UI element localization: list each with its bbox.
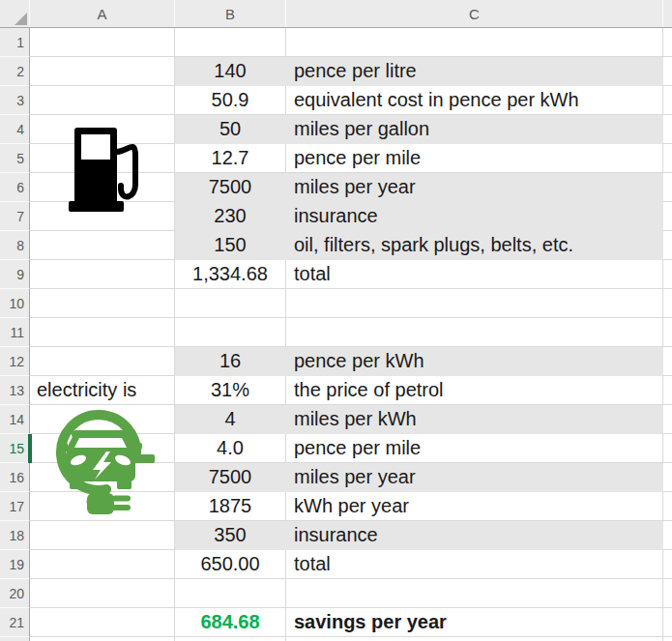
cell-d-sliver[interactable]: [663, 173, 672, 202]
cell-c10[interactable]: [286, 289, 663, 318]
cell-d-sliver[interactable]: [663, 289, 672, 318]
cell-c21-savings-label[interactable]: savings per year: [286, 608, 663, 637]
cell-b17[interactable]: 1875: [175, 492, 286, 521]
cell-d-sliver[interactable]: [663, 550, 672, 579]
cell-c1[interactable]: [286, 28, 663, 57]
cell-c9[interactable]: total: [286, 260, 663, 289]
row-header[interactable]: 18: [0, 521, 30, 550]
cell-d-sliver[interactable]: [663, 347, 672, 376]
cell-b11[interactable]: [175, 318, 286, 347]
cell-c12[interactable]: pence per kWh: [286, 347, 663, 376]
cell-a19[interactable]: [30, 550, 175, 579]
row-header[interactable]: 4: [0, 115, 30, 144]
cell-d-sliver[interactable]: [663, 260, 672, 289]
cell-c4[interactable]: miles per gallon: [286, 115, 663, 144]
cell-b1[interactable]: [175, 28, 286, 57]
row-header[interactable]: 8: [0, 231, 30, 260]
row-header-active[interactable]: 15: [0, 434, 30, 463]
cell-c6[interactable]: miles per year: [286, 173, 663, 202]
row-header[interactable]: 7: [0, 202, 30, 231]
cell-a21[interactable]: [30, 608, 175, 637]
cell-b15[interactable]: 4.0: [175, 434, 286, 463]
cell-c8[interactable]: oil, filters, spark plugs, belts, etc.: [286, 231, 663, 260]
cell-c16[interactable]: miles per year: [286, 463, 663, 492]
cell-a1[interactable]: [30, 28, 175, 57]
cell-c3[interactable]: equivalent cost in pence per kWh: [286, 86, 663, 115]
fuel-pump-icon[interactable]: [68, 127, 143, 214]
cell-b9[interactable]: 1,334.68: [175, 260, 286, 289]
cell-b16[interactable]: 7500: [175, 463, 286, 492]
cell-c14[interactable]: miles per kWh: [286, 405, 663, 434]
row-header[interactable]: 9: [0, 260, 30, 289]
cell-b3[interactable]: 50.9: [175, 86, 286, 115]
row-header[interactable]: 14: [0, 405, 30, 434]
cell-d-sliver[interactable]: [663, 231, 672, 260]
cell-b6[interactable]: 7500: [175, 173, 286, 202]
cell-d-sliver[interactable]: [663, 608, 672, 637]
cell-a12[interactable]: [30, 347, 175, 376]
cell-d-sliver[interactable]: [663, 405, 672, 434]
cell-b14[interactable]: 4: [175, 405, 286, 434]
row-header[interactable]: 17: [0, 492, 30, 521]
cell-b20[interactable]: [175, 579, 286, 608]
row-header[interactable]: 11: [0, 318, 30, 347]
cell-d-sliver[interactable]: [663, 202, 672, 231]
cell-d-sliver[interactable]: [663, 318, 672, 347]
cell-b7[interactable]: 230: [175, 202, 286, 231]
cell-a3[interactable]: [30, 86, 175, 115]
cell-a11[interactable]: [30, 318, 175, 347]
row-header[interactable]: 10: [0, 289, 30, 318]
cell-b10[interactable]: [175, 289, 286, 318]
cell-a8[interactable]: [30, 231, 175, 260]
cell-b2[interactable]: 140: [175, 57, 286, 86]
cell-d-sliver[interactable]: [663, 434, 672, 463]
cell-d-sliver[interactable]: [663, 463, 672, 492]
cell-c11[interactable]: [286, 318, 663, 347]
cell-a20[interactable]: [30, 579, 175, 608]
cell-c15[interactable]: pence per mile: [286, 434, 663, 463]
cell-b8[interactable]: 150: [175, 231, 286, 260]
row-header[interactable]: 19: [0, 550, 30, 579]
cell-d-sliver[interactable]: [663, 579, 672, 608]
cell-d-sliver[interactable]: [663, 57, 672, 86]
row-header[interactable]: 13: [0, 376, 30, 405]
row-header[interactable]: 3: [0, 86, 30, 115]
row-header[interactable]: 2: [0, 57, 30, 86]
cell-b4[interactable]: 50: [175, 115, 286, 144]
cell-b21-savings-value[interactable]: 684.68: [175, 608, 286, 637]
cell-d-sliver[interactable]: [663, 521, 672, 550]
cell-c2[interactable]: pence per litre: [286, 57, 663, 86]
cell-c13[interactable]: the price of petrol: [286, 376, 663, 405]
cell-c5[interactable]: pence per mile: [286, 144, 663, 173]
cell-c7[interactable]: insurance: [286, 202, 663, 231]
cell-a9[interactable]: [30, 260, 175, 289]
cell-a18[interactable]: [30, 521, 175, 550]
row-header[interactable]: 20: [0, 579, 30, 608]
cell-b13[interactable]: 31%: [175, 376, 286, 405]
cell-d-sliver[interactable]: [663, 144, 672, 173]
cell-c18[interactable]: insurance: [286, 521, 663, 550]
cell-b18[interactable]: 350: [175, 521, 286, 550]
row-header[interactable]: 1: [0, 28, 30, 57]
column-header-d-sliver[interactable]: [663, 0, 672, 27]
column-header-c[interactable]: C: [286, 0, 663, 27]
row-header[interactable]: 5: [0, 144, 30, 173]
cell-c17[interactable]: kWh per year: [286, 492, 663, 521]
row-header[interactable]: 21: [0, 608, 30, 637]
column-header-a[interactable]: A: [30, 0, 175, 27]
cell-d-sliver[interactable]: [663, 115, 672, 144]
electric-car-charging-icon[interactable]: [46, 406, 162, 524]
cell-b19[interactable]: 650.00: [175, 550, 286, 579]
cell-a10[interactable]: [30, 289, 175, 318]
cell-d-sliver[interactable]: [663, 376, 672, 405]
select-all-corner[interactable]: [0, 0, 30, 27]
cell-b5[interactable]: 12.7: [175, 144, 286, 173]
cell-c20[interactable]: [286, 579, 663, 608]
cell-d-sliver[interactable]: [663, 86, 672, 115]
cell-a2[interactable]: [30, 57, 175, 86]
row-header[interactable]: 16: [0, 463, 30, 492]
row-header[interactable]: 12: [0, 347, 30, 376]
cell-d-sliver[interactable]: [663, 492, 672, 521]
column-header-b[interactable]: B: [175, 0, 286, 27]
cell-d-sliver[interactable]: [663, 28, 672, 57]
